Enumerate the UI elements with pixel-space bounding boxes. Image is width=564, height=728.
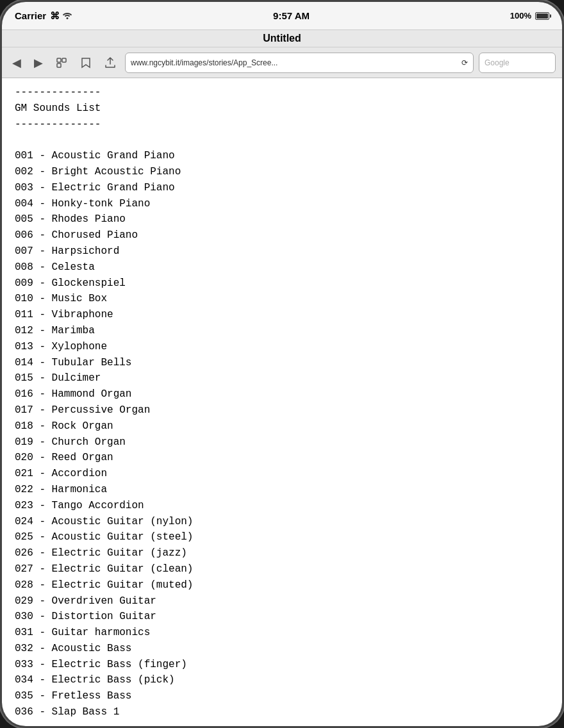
carrier-label: Carrier: [15, 10, 46, 21]
share-button[interactable]: [52, 54, 71, 71]
svg-rect-2: [62, 58, 66, 62]
url-text: www.ngcybit.it/images/stories/App_Scree.…: [131, 58, 459, 67]
browser-title-bar: Untitled: [2, 30, 562, 47]
battery-percent-label: 100%: [510, 11, 531, 21]
content-area[interactable]: -------------- GM Sounds List ----------…: [2, 78, 562, 728]
forward-button[interactable]: ▶: [30, 53, 47, 72]
reload-icon[interactable]: ⟳: [461, 58, 468, 67]
svg-point-0: [67, 17, 69, 19]
action-button[interactable]: [101, 54, 120, 71]
status-time: 9:57 AM: [273, 10, 310, 21]
search-placeholder: Google: [485, 58, 510, 67]
browser-title: Untitled: [263, 33, 301, 44]
address-bar[interactable]: www.ngcybit.it/images/stories/App_Scree.…: [125, 53, 474, 73]
status-bar: Carrier ⌘ 9:57 AM 100%: [2, 2, 562, 30]
battery-fill: [536, 13, 548, 19]
battery-icon: [535, 12, 549, 20]
back-button[interactable]: ◀: [8, 53, 25, 72]
search-bar[interactable]: Google: [479, 53, 556, 73]
svg-rect-3: [57, 63, 61, 67]
bookmarks-button[interactable]: [76, 54, 95, 71]
wifi-icon: ⌘: [50, 10, 72, 22]
status-right: 100%: [510, 11, 549, 21]
status-left: Carrier ⌘: [15, 10, 72, 22]
nav-bar: ◀ ▶ www.ngcybit.it/images/stories/App_Sc…: [2, 47, 562, 78]
ipad-device: Carrier ⌘ 9:57 AM 100% Untitled ◀ ▶: [0, 0, 564, 728]
gm-sounds-content: -------------- GM Sounds List ----------…: [15, 85, 549, 720]
svg-rect-1: [57, 58, 61, 62]
